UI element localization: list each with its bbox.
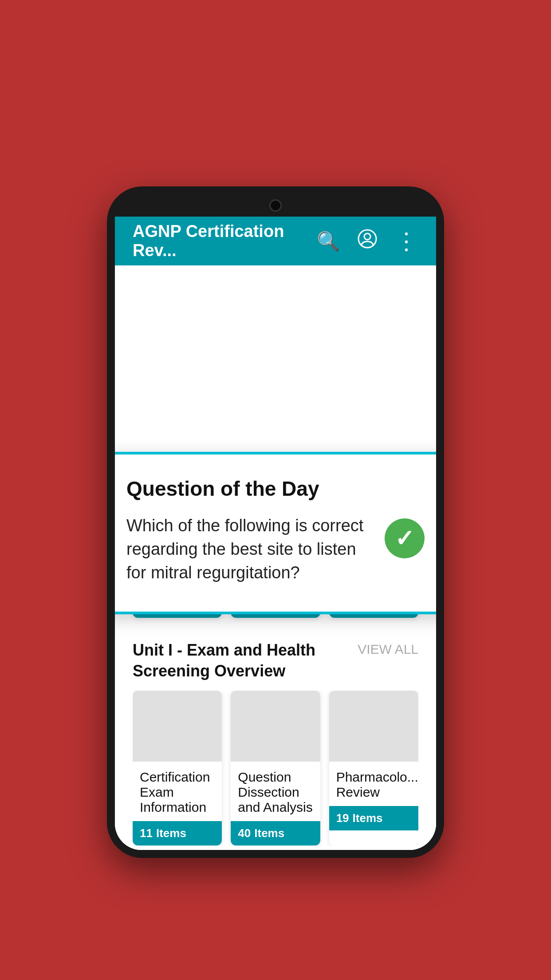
- unit-badge-items-dissection: Items: [254, 826, 284, 840]
- qotd-question: Which of the following is correct regard…: [126, 514, 371, 585]
- unit-badge-items-certification: Items: [156, 826, 186, 840]
- more-options-icon[interactable]: ⋮: [395, 228, 418, 254]
- phone-mockup: AGNP Certification Rev... 🔍 ⋮ Practice Q…: [107, 186, 444, 858]
- app-bar-title: AGNP Certification Rev...: [133, 222, 299, 260]
- unit-badge-count-dissection: 40: [238, 826, 251, 840]
- unit-card-image-certification: [133, 691, 222, 762]
- qotd-card[interactable]: Question of the Day Which of the followi…: [115, 452, 436, 614]
- unit-card-label-certification: Certification Exam Information: [133, 762, 222, 821]
- unit-header: Unit I - Exam and Health Screening Overv…: [133, 640, 418, 682]
- unit-card-badge-certification: 11 Items: [133, 821, 222, 846]
- unit-view-all[interactable]: VIEW ALL: [358, 640, 418, 657]
- phone-camera: [269, 199, 282, 212]
- unit-badge-count-certification: 11: [140, 826, 153, 840]
- unit-card-pharmacology[interactable]: Pharmacolo... Review 19 Items: [329, 691, 418, 846]
- app-bar: AGNP Certification Rev... 🔍 ⋮: [115, 217, 436, 265]
- unit-badge-items-pharmacology: Items: [353, 811, 383, 825]
- user-icon[interactable]: [358, 229, 377, 253]
- unit-card-badge-dissection: 40 Items: [231, 821, 320, 846]
- unit-card-image-dissection: [231, 691, 320, 762]
- unit-card-label-dissection: Question Dissection and Analysis: [231, 762, 320, 821]
- unit-badge-count-pharmacology: 19: [336, 811, 349, 825]
- svg-point-1: [364, 233, 370, 240]
- phone-screen: AGNP Certification Rev... 🔍 ⋮ Practice Q…: [115, 217, 436, 850]
- check-circle: ✓: [385, 518, 425, 558]
- unit-card-image-pharmacology: [329, 691, 418, 762]
- qotd-title: Question of the Day: [126, 477, 425, 501]
- qotd-body: Which of the following is correct regard…: [126, 514, 425, 585]
- unit-section: Unit I - Exam and Health Screening Overv…: [115, 631, 436, 850]
- unit-card-certification[interactable]: Certification Exam Information 11 Items: [133, 691, 222, 846]
- unit-card-badge-pharmacology: 19 Items: [329, 806, 418, 830]
- phone-notch: [115, 194, 436, 217]
- unit-cards-row: Certification Exam Information 11 Items …: [133, 691, 418, 846]
- search-icon[interactable]: 🔍: [317, 230, 340, 252]
- unit-title: Unit I - Exam and Health Screening Overv…: [133, 640, 346, 682]
- unit-card-dissection[interactable]: Question Dissection and Analysis 40 Item…: [231, 691, 320, 846]
- check-icon: ✓: [395, 525, 414, 552]
- unit-card-label-pharmacology: Pharmacolo... Review: [329, 762, 418, 806]
- phone-outer: AGNP Certification Rev... 🔍 ⋮ Practice Q…: [107, 186, 444, 858]
